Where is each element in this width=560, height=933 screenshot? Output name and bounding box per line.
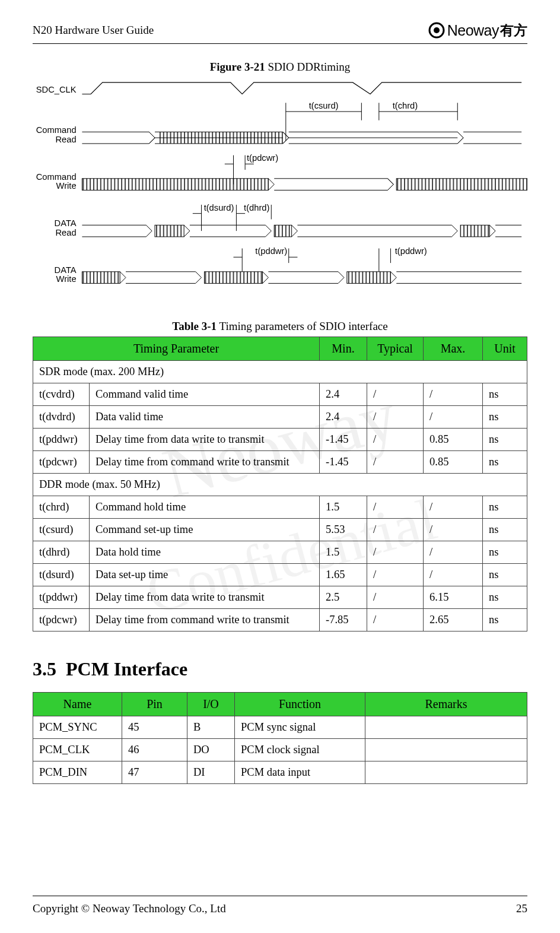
th-max: Max. [424, 337, 483, 360]
table-row: PCM_DIN47DIPCM data input [33, 761, 527, 783]
th-func: Function [235, 692, 365, 716]
svg-rect-22 [274, 225, 291, 237]
cell-func: PCM data input [235, 761, 365, 783]
signal-data-write-l2: Write [56, 274, 77, 284]
cell-desc: Delay time from command write to transmi… [90, 450, 320, 473]
svg-rect-32 [347, 272, 391, 284]
signal-command-write-l1: Command [36, 172, 77, 182]
cell-typ: / [367, 608, 424, 631]
timing-label-tcsurd: t(csurd) [309, 101, 339, 110]
cell-min: 1.5 [320, 496, 367, 518]
cell-sym: t(dsurd) [33, 563, 90, 586]
page-footer: Copyright © Neoway Technology Co., Ltd 2… [33, 896, 527, 915]
cell-unit: ns [483, 405, 527, 428]
cell-sym: t(dhrd) [33, 541, 90, 563]
svg-rect-31 [204, 272, 262, 284]
signal-sdc-clk: SDC_CLK [36, 85, 77, 94]
cell-sym: t(dvdrd) [33, 405, 90, 428]
cell-desc: Data hold time [90, 541, 320, 563]
section-number: 3.5 [33, 658, 56, 680]
cell-max: / [424, 518, 483, 541]
cell-pin: 47 [122, 761, 187, 783]
svg-rect-9 [158, 132, 283, 144]
table-row: t(pdcwr)Delay time from command write to… [33, 450, 527, 473]
timing-label-tdsurd: t(dsurd) [204, 203, 234, 212]
table1-caption: Table 3-1 Timing parameters of SDIO inte… [33, 320, 527, 333]
cell-min: 2.4 [320, 405, 367, 428]
cell-desc: Command hold time [90, 496, 320, 518]
cell-unit: ns [483, 383, 527, 405]
timing-label-tchrd: t(chrd) [393, 101, 418, 110]
table1-title: Timing parameters of SDIO interface [217, 320, 388, 332]
timing-label-tpddwr-2: t(pddwr) [395, 246, 427, 256]
cell-sym: t(cvdrd) [33, 383, 90, 405]
cell-desc: Delay time from command write to transmi… [90, 608, 320, 631]
section-sdr: SDR mode (max. 200 MHz) [33, 360, 527, 383]
cell-typ: / [367, 496, 424, 518]
section-title: PCM Interface [66, 658, 187, 680]
cell-func: PCM clock signal [235, 738, 365, 761]
timing-label-tpdcwr: t(pdcwr) [247, 153, 278, 163]
cell-min: 2.5 [320, 586, 367, 608]
brand-name: Neoway [447, 22, 499, 39]
cell-max: / [424, 541, 483, 563]
cell-max: 2.65 [424, 608, 483, 631]
pcm-interface-table: Name Pin I/O Function Remarks PCM_SYNC45… [33, 692, 527, 784]
signal-command-write-l2: Write [56, 181, 77, 191]
cell-desc: Delay time from data write to transmit [90, 586, 320, 608]
neoway-logo-icon [427, 21, 446, 40]
cell-max: / [424, 383, 483, 405]
cell-min: 2.4 [320, 383, 367, 405]
cell-max: / [424, 563, 483, 586]
cell-io: DI [187, 761, 235, 783]
cell-unit: ns [483, 496, 527, 518]
cell-unit: ns [483, 541, 527, 563]
cell-sym: t(chrd) [33, 496, 90, 518]
signal-command-read-l2: Read [55, 135, 76, 144]
cell-unit: ns [483, 586, 527, 608]
cell-unit: ns [483, 428, 527, 450]
cell-min: -7.85 [320, 608, 367, 631]
footer-page-number: 25 [516, 902, 527, 915]
th-pin: Pin [122, 692, 187, 716]
cell-name: PCM_SYNC [33, 716, 122, 738]
cell-sym: t(csurd) [33, 518, 90, 541]
cell-pin: 45 [122, 716, 187, 738]
th-remarks: Remarks [365, 692, 527, 716]
table-row: t(dvdrd)Data valid time2.4//ns [33, 405, 527, 428]
section-ddr: DDR mode (max. 50 MHz) [33, 473, 527, 496]
cell-max: 6.15 [424, 586, 483, 608]
cell-unit: ns [483, 518, 527, 541]
cell-max: 0.85 [424, 428, 483, 450]
page-header: N20 Hardware User Guide Neoway 有方 [33, 21, 527, 44]
figure-label: Figure 3-21 [210, 61, 265, 73]
cell-remarks [365, 716, 527, 738]
cell-io: DO [187, 738, 235, 761]
cell-min: 1.65 [320, 563, 367, 586]
cell-pin: 46 [122, 738, 187, 761]
timing-label-tdhrd: t(dhrd) [244, 203, 269, 212]
cell-sym: t(pdcwr) [33, 608, 90, 631]
table-row: t(csurd)Command set-up time5.53//ns [33, 518, 527, 541]
cell-remarks [365, 761, 527, 783]
cell-name: PCM_CLK [33, 738, 122, 761]
cell-sym: t(pdcwr) [33, 450, 90, 473]
cell-typ: / [367, 563, 424, 586]
cell-remarks [365, 738, 527, 761]
section-heading: 3.5 PCM Interface [33, 658, 527, 680]
cell-typ: / [367, 383, 424, 405]
cell-max: / [424, 405, 483, 428]
doc-title: N20 Hardware User Guide [33, 24, 154, 37]
table1-label: Table 3-1 [172, 320, 217, 332]
th-min: Min. [320, 337, 367, 360]
signal-command-read-l1: Command [36, 125, 77, 135]
cell-unit: ns [483, 563, 527, 586]
cell-max: / [424, 496, 483, 518]
cell-unit: ns [483, 608, 527, 631]
svg-rect-15 [396, 179, 527, 191]
footer-copyright: Copyright © Neoway Technology Co., Ltd [33, 902, 226, 915]
table-row: t(pdcwr)Delay time from command write to… [33, 608, 527, 631]
cell-desc: Data valid time [90, 405, 320, 428]
signal-data-write-l1: DATA [55, 265, 77, 275]
brand-name-cn: 有方 [500, 21, 527, 40]
